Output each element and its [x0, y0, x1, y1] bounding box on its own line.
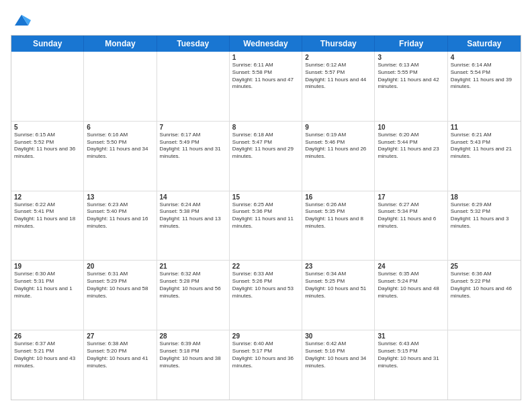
logo	[11, 11, 31, 30]
calendar-cell-day-23: 23Sunrise: 6:34 AM Sunset: 5:25 PM Dayli…	[302, 261, 375, 330]
day-info: Sunrise: 6:19 AM Sunset: 5:46 PM Dayligh…	[305, 132, 371, 161]
day-info: Sunrise: 6:38 AM Sunset: 5:20 PM Dayligh…	[87, 340, 153, 369]
day-number: 6	[87, 124, 153, 131]
calendar-cell-day-26: 26Sunrise: 6:37 AM Sunset: 5:21 PM Dayli…	[11, 330, 84, 400]
calendar-cell-day-1: 1Sunrise: 6:11 AM Sunset: 5:58 PM Daylig…	[230, 52, 302, 121]
day-info: Sunrise: 6:37 AM Sunset: 5:21 PM Dayligh…	[14, 340, 81, 369]
calendar-cell-empty	[84, 52, 157, 121]
day-number: 14	[160, 193, 226, 201]
day-number: 17	[378, 193, 444, 201]
day-info: Sunrise: 6:32 AM Sunset: 5:28 PM Dayligh…	[160, 271, 226, 300]
day-number: 13	[87, 193, 153, 201]
calendar-cell-day-28: 28Sunrise: 6:39 AM Sunset: 5:18 PM Dayli…	[157, 330, 230, 400]
day-number: 29	[232, 332, 299, 340]
day-info: Sunrise: 6:30 AM Sunset: 5:31 PM Dayligh…	[14, 271, 81, 300]
day-number: 4	[451, 54, 518, 61]
calendar-cell-day-5: 5Sunrise: 6:15 AM Sunset: 5:52 PM Daylig…	[11, 122, 84, 191]
calendar-cell-day-30: 30Sunrise: 6:42 AM Sunset: 5:16 PM Dayli…	[302, 330, 375, 400]
day-info: Sunrise: 6:16 AM Sunset: 5:50 PM Dayligh…	[87, 132, 153, 161]
calendar-header-cell: Thursday	[302, 36, 375, 52]
calendar-header-cell: Wednesday	[230, 36, 302, 52]
calendar-cell-day-12: 12Sunrise: 6:22 AM Sunset: 5:41 PM Dayli…	[11, 191, 84, 261]
calendar-cell-day-29: 29Sunrise: 6:40 AM Sunset: 5:17 PM Dayli…	[230, 330, 302, 400]
calendar-cell-empty	[448, 330, 521, 400]
calendar-cell-day-9: 9Sunrise: 6:19 AM Sunset: 5:46 PM Daylig…	[302, 122, 375, 191]
day-info: Sunrise: 6:14 AM Sunset: 5:54 PM Dayligh…	[451, 62, 518, 91]
day-info: Sunrise: 6:42 AM Sunset: 5:16 PM Dayligh…	[305, 340, 371, 369]
day-number: 21	[160, 263, 226, 270]
day-number: 18	[451, 193, 518, 201]
day-info: Sunrise: 6:13 AM Sunset: 5:55 PM Dayligh…	[378, 62, 444, 91]
day-info: Sunrise: 6:25 AM Sunset: 5:36 PM Dayligh…	[232, 201, 299, 230]
calendar-cell-day-31: 31Sunrise: 6:43 AM Sunset: 5:15 PM Dayli…	[375, 330, 447, 400]
day-number: 7	[160, 124, 226, 131]
day-number: 9	[305, 124, 371, 131]
calendar-cell-empty	[11, 52, 84, 121]
day-number: 28	[160, 332, 226, 340]
day-number: 10	[378, 124, 444, 131]
day-info: Sunrise: 6:34 AM Sunset: 5:25 PM Dayligh…	[305, 271, 371, 300]
day-info: Sunrise: 6:20 AM Sunset: 5:44 PM Dayligh…	[378, 132, 444, 161]
day-number: 24	[378, 263, 444, 270]
day-number: 8	[232, 124, 299, 131]
calendar-cell-day-27: 27Sunrise: 6:38 AM Sunset: 5:20 PM Dayli…	[84, 330, 157, 400]
calendar-cell-day-10: 10Sunrise: 6:20 AM Sunset: 5:44 PM Dayli…	[375, 122, 447, 191]
day-number: 2	[305, 54, 371, 61]
day-number: 5	[14, 124, 81, 131]
calendar-cell-day-15: 15Sunrise: 6:25 AM Sunset: 5:36 PM Dayli…	[230, 191, 302, 261]
day-number: 25	[451, 263, 518, 270]
day-number: 3	[378, 54, 444, 61]
calendar-cell-day-7: 7Sunrise: 6:17 AM Sunset: 5:49 PM Daylig…	[157, 122, 230, 191]
day-info: Sunrise: 6:22 AM Sunset: 5:41 PM Dayligh…	[14, 201, 81, 230]
calendar-row: 5Sunrise: 6:15 AM Sunset: 5:52 PM Daylig…	[11, 122, 521, 191]
calendar-cell-day-17: 17Sunrise: 6:27 AM Sunset: 5:34 PM Dayli…	[375, 191, 447, 261]
calendar-row: 12Sunrise: 6:22 AM Sunset: 5:41 PM Dayli…	[11, 191, 521, 261]
day-number: 15	[232, 193, 299, 201]
day-number: 19	[14, 263, 81, 270]
calendar-cell-day-11: 11Sunrise: 6:21 AM Sunset: 5:43 PM Dayli…	[448, 122, 521, 191]
day-number: 16	[305, 193, 371, 201]
day-info: Sunrise: 6:15 AM Sunset: 5:52 PM Dayligh…	[14, 132, 81, 161]
day-info: Sunrise: 6:35 AM Sunset: 5:24 PM Dayligh…	[378, 271, 444, 300]
header	[11, 11, 521, 30]
day-info: Sunrise: 6:27 AM Sunset: 5:34 PM Dayligh…	[378, 201, 444, 230]
calendar-cell-day-6: 6Sunrise: 6:16 AM Sunset: 5:50 PM Daylig…	[84, 122, 157, 191]
calendar-cell-empty	[157, 52, 230, 121]
calendar-header-cell: Monday	[84, 36, 157, 52]
day-info: Sunrise: 6:39 AM Sunset: 5:18 PM Dayligh…	[160, 340, 226, 369]
calendar-cell-day-3: 3Sunrise: 6:13 AM Sunset: 5:55 PM Daylig…	[375, 52, 447, 121]
calendar-cell-day-19: 19Sunrise: 6:30 AM Sunset: 5:31 PM Dayli…	[11, 261, 84, 330]
calendar: SundayMondayTuesdayWednesdayThursdayFrid…	[11, 35, 521, 400]
day-info: Sunrise: 6:18 AM Sunset: 5:47 PM Dayligh…	[232, 132, 299, 161]
day-number: 11	[451, 124, 518, 131]
day-number: 1	[232, 54, 299, 61]
day-number: 30	[305, 332, 371, 340]
day-number: 26	[14, 332, 81, 340]
calendar-header-cell: Friday	[375, 36, 447, 52]
calendar-cell-day-21: 21Sunrise: 6:32 AM Sunset: 5:28 PM Dayli…	[157, 261, 230, 330]
day-info: Sunrise: 6:43 AM Sunset: 5:15 PM Dayligh…	[378, 340, 444, 369]
calendar-header-cell: Tuesday	[157, 36, 230, 52]
calendar-row: 1Sunrise: 6:11 AM Sunset: 5:58 PM Daylig…	[11, 52, 521, 122]
day-info: Sunrise: 6:11 AM Sunset: 5:58 PM Dayligh…	[232, 62, 299, 91]
day-info: Sunrise: 6:31 AM Sunset: 5:29 PM Dayligh…	[87, 271, 153, 300]
calendar-header-row: SundayMondayTuesdayWednesdayThursdayFrid…	[11, 36, 521, 52]
day-number: 12	[14, 193, 81, 201]
day-number: 31	[378, 332, 444, 340]
logo-icon	[12, 11, 31, 30]
calendar-cell-day-16: 16Sunrise: 6:26 AM Sunset: 5:35 PM Dayli…	[302, 191, 375, 261]
day-info: Sunrise: 6:12 AM Sunset: 5:57 PM Dayligh…	[305, 62, 371, 91]
calendar-cell-day-4: 4Sunrise: 6:14 AM Sunset: 5:54 PM Daylig…	[448, 52, 521, 121]
calendar-cell-day-24: 24Sunrise: 6:35 AM Sunset: 5:24 PM Dayli…	[375, 261, 447, 330]
calendar-body: 1Sunrise: 6:11 AM Sunset: 5:58 PM Daylig…	[11, 52, 521, 400]
day-number: 23	[305, 263, 371, 270]
calendar-cell-day-2: 2Sunrise: 6:12 AM Sunset: 5:57 PM Daylig…	[302, 52, 375, 121]
day-info: Sunrise: 6:29 AM Sunset: 5:32 PM Dayligh…	[451, 201, 518, 230]
calendar-header-cell: Sunday	[11, 36, 84, 52]
day-number: 20	[87, 263, 153, 270]
day-info: Sunrise: 6:33 AM Sunset: 5:26 PM Dayligh…	[232, 271, 299, 300]
calendar-header-cell: Saturday	[448, 36, 521, 52]
calendar-cell-day-14: 14Sunrise: 6:24 AM Sunset: 5:38 PM Dayli…	[157, 191, 230, 261]
calendar-cell-day-20: 20Sunrise: 6:31 AM Sunset: 5:29 PM Dayli…	[84, 261, 157, 330]
day-info: Sunrise: 6:23 AM Sunset: 5:40 PM Dayligh…	[87, 201, 153, 230]
